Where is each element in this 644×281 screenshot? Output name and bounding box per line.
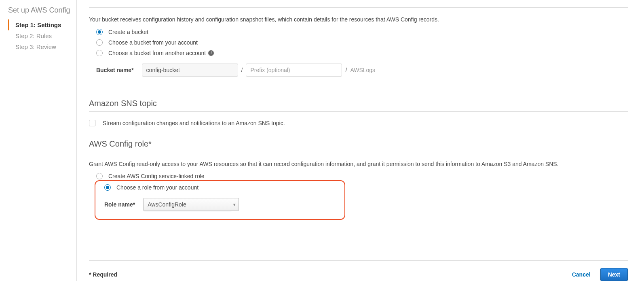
role-name-select-input[interactable] (143, 198, 231, 211)
role-name-label: Role name* (104, 201, 135, 208)
path-slash-2: / (345, 67, 347, 73)
role-radio-create-slr-label: Create AWS Config service-linked role (108, 173, 205, 179)
sidebar: Set up AWS Config Step 1: Settings Step … (0, 0, 77, 281)
bucket-radio-create[interactable] (96, 29, 103, 35)
sns-divider (89, 111, 628, 112)
bucket-name-input[interactable] (142, 64, 238, 77)
bucket-radio-other-account-label: Choose a bucket from another account (108, 50, 206, 56)
bucket-radio-own-account-label: Choose a bucket from your account (108, 39, 198, 46)
role-radio-group: Create AWS Config service-linked role Ch… (89, 173, 628, 220)
cancel-button[interactable]: Cancel (572, 271, 591, 278)
bucket-radio-group: Create a bucket Choose a bucket from you… (89, 29, 628, 56)
role-description: Grant AWS Config read-only access to you… (89, 160, 628, 168)
role-divider (89, 152, 628, 152)
sns-stream-checkbox[interactable] (89, 120, 95, 126)
footer-divider (89, 260, 628, 261)
sidebar-step-rules[interactable]: Step 2: Rules (8, 30, 76, 41)
path-slash-1: / (241, 67, 243, 73)
footer-actions: Cancel Next (572, 268, 628, 281)
sidebar-title: Set up AWS Config (8, 6, 76, 15)
next-button[interactable]: Next (600, 268, 628, 281)
footer: * Required Cancel Next (89, 268, 628, 281)
role-radio-create-slr[interactable] (96, 173, 103, 179)
role-name-select[interactable]: ▼ (143, 198, 239, 211)
bucket-prefix-input[interactable] (246, 64, 342, 77)
bucket-path-suffix: AWSLogs (350, 67, 375, 73)
required-note: * Required (89, 271, 117, 278)
bucket-radio-other-account[interactable] (96, 50, 103, 56)
top-divider (89, 7, 628, 8)
sidebar-step-settings[interactable]: Step 1: Settings (8, 19, 76, 30)
role-radio-choose-existing-label: Choose a role from your account (116, 184, 198, 191)
bucket-radio-own-account[interactable] (96, 39, 103, 46)
main-content: Your bucket receives configuration histo… (77, 0, 644, 281)
info-icon[interactable]: i (208, 50, 214, 56)
role-radio-choose-existing[interactable] (104, 184, 111, 191)
bucket-description: Your bucket receives configuration histo… (89, 16, 628, 24)
sns-section-title: Amazon SNS topic (89, 99, 628, 108)
sns-checkbox-row: Stream configuration changes and notific… (89, 120, 628, 126)
chevron-down-icon[interactable]: ▼ (230, 198, 239, 211)
role-highlight-box: Choose a role from your account Role nam… (95, 180, 345, 220)
sns-checkbox-label: Stream configuration changes and notific… (103, 120, 285, 126)
sidebar-step-review[interactable]: Step 3: Review (8, 41, 76, 52)
bucket-name-row: Bucket name* / / AWSLogs (89, 64, 628, 77)
role-section-title: AWS Config role* (89, 139, 628, 149)
bucket-name-label: Bucket name* (96, 67, 134, 73)
bucket-radio-create-label: Create a bucket (108, 29, 148, 35)
